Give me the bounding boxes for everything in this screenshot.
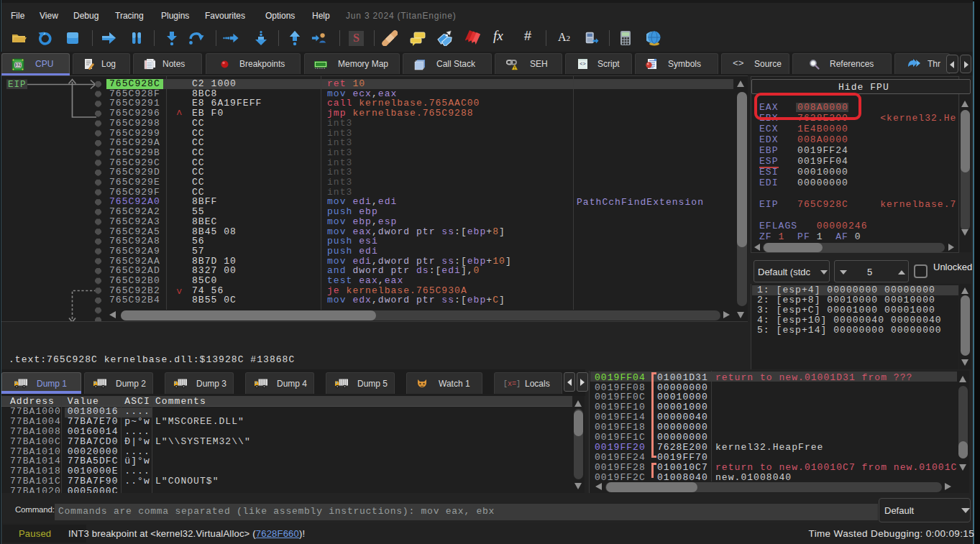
svg-text:EIP: EIP xyxy=(8,80,27,90)
svg-text:<>: <> xyxy=(580,61,585,67)
svg-text:32: 32 xyxy=(15,63,21,68)
